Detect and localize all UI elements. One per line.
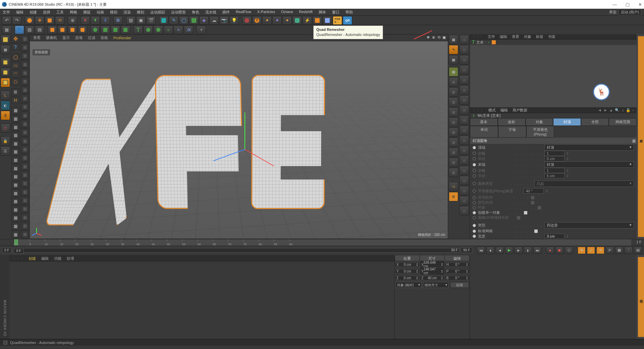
tool-slot-7[interactable]: ▦ (11, 164, 19, 172)
workplane[interactable]: ⬡ (1, 123, 10, 133)
locked[interactable]: 🔒 (1, 136, 10, 146)
rt-s5[interactable]: ▦ (449, 128, 458, 137)
rt-s1[interactable]: ▦ (449, 87, 458, 97)
mograph-3[interactable] (111, 26, 120, 34)
menu-1[interactable]: 编辑 (16, 10, 23, 15)
layout-select[interactable]: 启动 (用户) (619, 9, 641, 15)
coord-yp[interactable]: 0 cm (404, 269, 411, 273)
axis-z-button[interactable]: Z (101, 16, 110, 25)
rt-s7[interactable]: ▦ (449, 148, 458, 157)
rt2-s15[interactable]: ▦ (460, 186, 469, 195)
rt2-s7[interactable]: ▦ (460, 105, 469, 115)
tool-slot-b9[interactable]: ▦ (21, 111, 29, 119)
tool-slot-b23[interactable]: ▦ (21, 231, 29, 238)
tab-basic[interactable]: 基本 (470, 118, 498, 126)
axis-y-button[interactable]: Y (91, 16, 100, 25)
mat-func[interactable]: 功能 (54, 256, 61, 261)
coord-zr[interactable]: 0 ° (455, 276, 459, 280)
menu-3[interactable]: 选择 (43, 10, 50, 15)
tool-dd[interactable]: ▾ (197, 26, 206, 34)
tool-slot-1[interactable]: ▦ (11, 115, 19, 123)
snap-3[interactable] (68, 26, 77, 34)
menu-20[interactable]: 脚本 (319, 10, 326, 15)
help-icon[interactable]: ? (11, 43, 19, 51)
close-button[interactable]: ✕ (638, 2, 642, 7)
vp-nav-2[interactable]: ⊕ (431, 35, 436, 40)
rotate-tool[interactable]: ⟲ (55, 16, 64, 25)
tool-slot-b7[interactable]: ▦ (21, 94, 29, 102)
live-select[interactable]: ◯ (11, 53, 19, 61)
object-tree[interactable]: T 文本 ▫ ✓ (470, 40, 637, 45)
effector-4[interactable]: ≈ (174, 26, 183, 34)
vp-view[interactable]: 查看 (33, 35, 41, 40)
plugin-6[interactable] (292, 16, 302, 25)
spline-primitive[interactable]: ◯ (179, 16, 189, 25)
om-object[interactable]: 对象 (524, 34, 531, 39)
coord-mode-1[interactable]: 对象 (相对)▾ (395, 282, 422, 288)
menu-9[interactable]: 渲染 (123, 10, 131, 15)
attr-lock[interactable]: 🔓 (626, 108, 631, 112)
rt2-s6[interactable]: ▦ (460, 95, 469, 105)
tool-slot-6[interactable]: ▦ (11, 156, 19, 164)
menu-17[interactable]: X-Particles (257, 10, 275, 15)
menu-11[interactable]: 运动跟踪 (150, 10, 165, 15)
attr-search[interactable]: 🔍 (615, 108, 620, 112)
rt-settings[interactable]: ⚙ (449, 192, 458, 201)
tool-slot-b1[interactable]: ▦ (21, 43, 29, 51)
vp-display[interactable]: 显示 (62, 35, 70, 40)
object-name[interactable]: 文本 (476, 40, 484, 45)
coord-zs[interactable]: 40 cm (428, 276, 437, 280)
rt-s4[interactable]: ▦ (449, 117, 458, 127)
coord-yr[interactable]: 0 ° (455, 269, 459, 273)
side-tabs[interactable]: 对象 内容浏览器 (637, 34, 644, 239)
enable-snap[interactable]: S (1, 111, 10, 120)
param-width-value[interactable]: 3 cm (544, 234, 565, 239)
vp-nav-4[interactable]: ▣ (442, 35, 446, 40)
texture-axis[interactable]: ▦ (1, 45, 10, 54)
next-key[interactable]: ► (515, 247, 523, 254)
param-rad2-value[interactable]: 5 cm (544, 173, 565, 179)
om-file[interactable]: 文件 (488, 34, 495, 39)
tool-slot-b15[interactable]: ▦ (21, 162, 29, 170)
rt2-s10[interactable]: ▦ (460, 136, 469, 145)
plugin-5[interactable]: ✦ (282, 16, 292, 25)
tool-slot-8[interactable]: ▦ (11, 173, 19, 181)
rect-select[interactable]: ▭ (11, 62, 19, 69)
tool-slot-b10[interactable]: ▦ (21, 120, 29, 128)
tool-slot-0[interactable]: ▦ (11, 107, 19, 114)
plugin-4[interactable]: ✦ (272, 16, 282, 25)
cube-primitive[interactable] (159, 16, 168, 25)
tool-slot-15[interactable]: ▦ (11, 231, 19, 238)
tool-slot-b8[interactable]: ▦ (21, 103, 29, 111)
minimize-button[interactable]: ― (612, 2, 617, 7)
text-tool[interactable]: T (133, 26, 143, 34)
poly-select[interactable]: ⬠ (11, 78, 19, 86)
vp-nav-3[interactable]: ⟲ (436, 35, 441, 40)
om-bookmarks[interactable]: 书签 (548, 34, 555, 39)
attr-nav-up[interactable]: ▲ (609, 108, 613, 112)
attr-home[interactable]: ⌂ (622, 108, 624, 112)
effector-5[interactable]: .fx (184, 26, 193, 34)
rt-brush[interactable]: ✎ (449, 45, 458, 54)
make-editable[interactable]: ▦ (2, 26, 11, 34)
k5[interactable]: ▦ (615, 247, 623, 254)
coord-apply[interactable]: 应用 (450, 282, 469, 288)
tab-coord[interactable]: 坐标 (498, 118, 526, 126)
camera-button[interactable]: 📷 (219, 16, 229, 25)
end-frame[interactable]: 99 F (461, 247, 472, 253)
timeline-ruler[interactable]: 051015202530354045505560657075808590 1 F (0, 239, 644, 246)
generator-button[interactable] (189, 16, 199, 25)
menu-8[interactable]: 模拟 (110, 10, 117, 15)
vp-prorender[interactable]: ProRender (113, 36, 131, 40)
spline-pen[interactable]: ✎ (169, 16, 178, 25)
edge-mode[interactable] (1, 68, 10, 77)
rt-s6[interactable]: ▦ (449, 138, 458, 147)
side-tabs-2[interactable]: 属性 (637, 255, 644, 339)
snap-1[interactable] (48, 26, 57, 34)
deformer-button[interactable]: ◈ (199, 16, 209, 25)
workplane-mode[interactable]: ▤ (35, 26, 44, 34)
play-button[interactable]: ▶ (505, 247, 513, 254)
rt2-s2[interactable]: ▦ (460, 55, 469, 64)
rt-3[interactable]: ▦ (449, 55, 458, 64)
tool-slot-b22[interactable]: ▦ (21, 222, 29, 230)
